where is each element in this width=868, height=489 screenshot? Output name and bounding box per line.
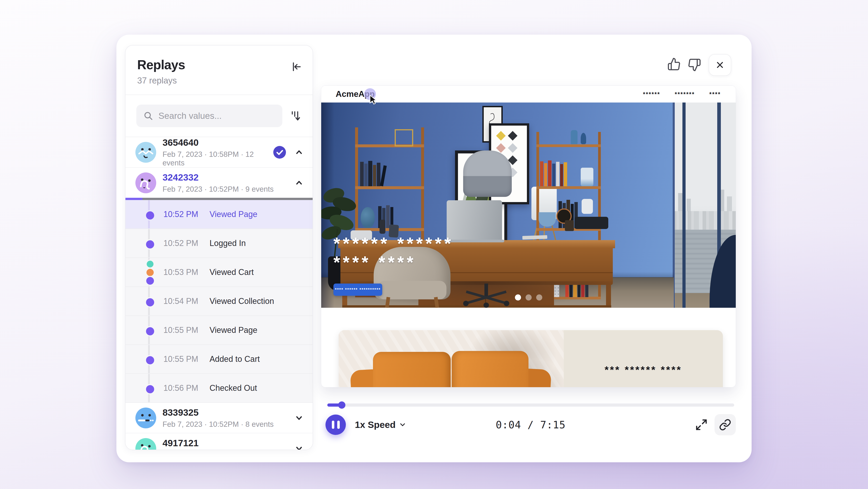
masked-hero-heading-line2: **** **** [333,254,416,271]
sort-descending-icon [289,110,302,122]
pause-button[interactable] [326,414,346,435]
event-name: Viewed Collection [210,296,274,306]
time-separator [534,419,540,431]
session-avatar [135,407,156,428]
masked-hero-heading-line1: ****** ****** [333,235,454,252]
desk-tray [575,217,608,229]
session-info: 3654640 Feb 7, 2023 · 10:58PM · 12 event… [162,137,273,167]
event-name: Viewed Page [210,325,257,335]
session-meta: Feb 7, 2023 · 10:52PM · 8 events [162,420,294,429]
session-watch-progress [125,198,313,200]
session-watch-progress-fill [125,198,143,200]
masked-nav-item: ******* [675,91,695,97]
event-name: Added to Cart [210,354,260,364]
copy-link-button[interactable] [715,414,736,435]
small-vase [571,130,578,144]
replayed-site-header: AcmeApp ****** ******* **** [321,86,736,103]
replays-sidebar: Replays 37 replays [125,45,313,450]
pause-icon [337,421,340,429]
event-row[interactable]: 10:53 PM Viewed Cart [125,258,313,287]
masked-button-label: **** ****** ********** [335,287,381,292]
expand-icon [695,419,708,431]
blue-bowl [539,212,556,227]
product-card: *** ****** **** [339,330,723,387]
session-row-selected[interactable]: 3242332 Feb 7, 2023 · 10:52PM · 9 events [125,168,313,198]
event-row[interactable]: 10:55 PM Viewed Page [125,316,313,345]
session-replay-app: Replays 37 replays [0,0,868,489]
event-row[interactable]: 10:54 PM Viewed Collection [125,287,313,316]
carousel-dots[interactable] [321,294,736,300]
time-separator-glyph: / [527,419,534,431]
session-avatar [135,172,156,193]
hex-ornament [582,199,593,214]
laptop [447,200,502,241]
sort-button[interactable] [288,109,303,123]
event-row[interactable]: 10:52 PM Logged In [125,229,313,258]
collapse-sidebar-button[interactable] [290,60,303,73]
event-name: Checked Out [210,383,257,393]
page-title: Replays [137,57,302,72]
playback-time: 0:04 / 7:15 [496,419,565,431]
chevron-down-icon [399,421,406,429]
event-row[interactable]: 10:56 PM Checked Out [125,374,313,403]
speed-selector[interactable]: 1x Speed [355,420,406,430]
search-input[interactable] [158,111,276,121]
player-controls: 1x Speed 0:04 / 7:15 [326,413,736,436]
chevron-down-icon[interactable] [294,413,304,423]
event-row[interactable]: 10:52 PM Viewed Page [125,200,313,229]
event-dot [145,355,155,366]
masked-nav-item: **** [709,91,721,97]
event-dot [145,297,155,308]
carousel-dot[interactable] [536,294,542,300]
chair-wheel [463,301,469,306]
playback-progress-bar[interactable] [327,403,734,407]
couch-cushion [452,351,528,387]
event-time: 10:55 PM [163,354,206,364]
hero-cta-button[interactable]: **** ****** ********** [333,284,382,296]
chair-wheel [484,303,489,308]
session-id: 3654640 [162,137,273,148]
session-info: 8339325 Feb 7, 2023 · 10:52PM · 8 events [162,407,294,429]
search-icon [143,111,153,121]
event-time: 10:53 PM [163,267,206,277]
carousel-dot-active[interactable] [515,294,521,300]
thumbs-up-button[interactable] [667,57,681,71]
close-button[interactable] [709,54,731,76]
mouse-cursor-icon [370,95,379,105]
chevron-up-icon[interactable] [294,148,304,157]
event-timeline: 10:52 PM Viewed Page 10:52 PM Logged In … [125,200,313,403]
session-meta: Feb 7, 2023 · 10:58PM · 12 events [162,150,273,167]
session-row[interactable]: 8339325 Feb 7, 2023 · 10:52PM · 8 events [125,403,313,433]
progress-handle[interactable] [338,401,345,409]
event-time: 10:55 PM [163,325,206,335]
search-box[interactable] [136,105,282,127]
speed-label: 1x Speed [355,420,396,430]
ceramic-cup [581,168,593,186]
event-dot [145,326,155,337]
thumbs-down-button[interactable] [688,58,701,72]
event-time: 10:56 PM [163,383,206,393]
couch-photo [339,330,564,387]
event-time: 10:52 PM [163,209,206,219]
replayed-site-nav: ****** ******* **** [643,91,721,97]
pencil-cup [565,220,574,231]
masked-nav-item: ****** [643,91,660,97]
link-icon [719,419,731,431]
event-row[interactable]: 10:55 PM Added to Cart [125,345,313,374]
window-post [682,103,686,308]
session-info: 3242332 Feb 7, 2023 · 10:52PM · 9 events [162,172,294,194]
city-skyline [673,211,736,230]
event-time: 10:52 PM [163,238,206,248]
event-dot-purple [145,276,155,286]
thumbs-down-icon [688,58,701,72]
chevron-down-icon[interactable] [294,444,304,450]
carousel-dot[interactable] [526,294,532,300]
chevron-up-icon[interactable] [294,178,304,188]
session-info: 4917121 Feb 7, 2023 · 10:51PM · 8 events [162,438,294,450]
session-row[interactable]: 4917121 Feb 7, 2023 · 10:51PM · 8 events [125,433,313,450]
session-id: 4917121 [162,438,294,449]
expand-button[interactable] [694,418,709,432]
sidebar-header: Replays 37 replays [125,46,313,95]
session-id: 3242332 [162,172,294,183]
session-row[interactable]: 3654640 Feb 7, 2023 · 10:58PM · 12 event… [125,137,313,168]
